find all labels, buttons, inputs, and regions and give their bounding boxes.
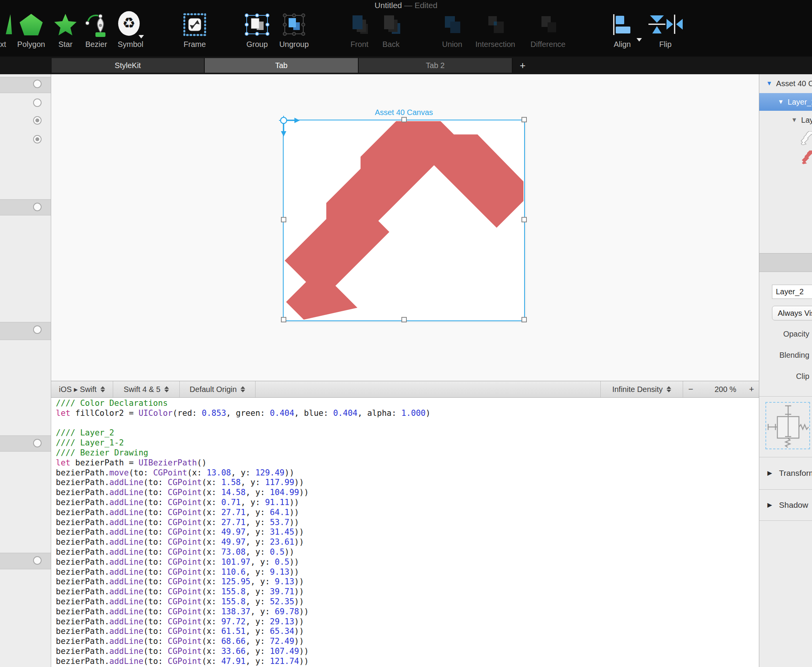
tab-stylekit[interactable]: StyleKit bbox=[51, 58, 204, 73]
canvas-group-row[interactable] bbox=[0, 435, 51, 452]
selection-border bbox=[283, 120, 525, 321]
code-line: bezierPath.addLine(to: CGPoint(x: 14.58,… bbox=[56, 488, 431, 498]
canvas-radio-toggle[interactable] bbox=[33, 556, 42, 565]
clip-label: Clip bbox=[766, 372, 809, 381]
code-line: bezierPath.move(to: CGPoint(x: 13.08, y:… bbox=[56, 468, 431, 478]
ungroup-icon bbox=[273, 9, 315, 40]
toolbar-item-frame[interactable]: Frame bbox=[175, 9, 214, 49]
code-line: //// Bezier Drawing bbox=[56, 448, 431, 458]
canvas-radio-toggle[interactable] bbox=[33, 135, 42, 143]
frame-icon bbox=[175, 9, 214, 40]
stepper-arrows-icon bbox=[164, 386, 169, 392]
toolbar-item-polygon[interactable]: Polygon bbox=[10, 9, 52, 49]
code-line: bezierPath.addLine(to: CGPoint(x: 1.58, … bbox=[56, 478, 431, 488]
zoom-out-button[interactable]: − bbox=[685, 381, 696, 397]
code-line: bezierPath.addLine(to: CGPoint(x: 101.97… bbox=[56, 557, 431, 567]
code-line: bezierPath.addLine(to: CGPoint(x: 110.6,… bbox=[56, 567, 431, 577]
arrange-front-icon bbox=[342, 9, 377, 40]
paintcode-window: Untitled — Edited xt Polygon Star bbox=[0, 0, 812, 667]
toolbar-item-flip[interactable]: Flip bbox=[644, 9, 687, 49]
canvas-group-row[interactable] bbox=[0, 77, 51, 93]
tab-tab2[interactable]: Tab 2 bbox=[358, 58, 512, 73]
resize-handle[interactable] bbox=[521, 117, 527, 122]
code-line: bezierPath.addLine(to: CGPoint(x: 33.66,… bbox=[56, 647, 431, 657]
disclosure-triangle-icon[interactable]: ▶ bbox=[767, 470, 772, 476]
code-line: let fillColor2 = UIColor(red: 0.853, gre… bbox=[56, 409, 431, 419]
constraints-icon bbox=[766, 403, 809, 449]
canvas-radio-toggle[interactable] bbox=[33, 98, 42, 107]
origin-marker-icon bbox=[274, 111, 309, 146]
bezier-pen-icon bbox=[79, 9, 114, 40]
toolbar-item-star[interactable]: Star bbox=[50, 9, 81, 49]
toolbar-item-symbol[interactable]: ♻ Symbol bbox=[109, 9, 152, 49]
canvas-radio-toggle[interactable] bbox=[33, 439, 42, 447]
code-line: bezierPath.addLine(to: CGPoint(x: 97.72,… bbox=[56, 617, 431, 627]
toolbar-item-ungroup[interactable]: Ungroup bbox=[273, 9, 315, 49]
disclosure-triangle-icon[interactable]: ▼ bbox=[766, 80, 772, 87]
canvases-sidebar[interactable] bbox=[0, 74, 51, 667]
tree-row-layer1-2[interactable]: ▼ Layer_1-2 bbox=[759, 112, 812, 128]
toolbar-item-back[interactable]: Back bbox=[374, 9, 408, 49]
align-dropdown-arrow bbox=[637, 38, 642, 42]
canvas-radio-toggle[interactable] bbox=[33, 203, 42, 211]
bezier-outline-thumbnail-icon[interactable] bbox=[801, 131, 812, 145]
canvas-workspace[interactable]: Asset 40 Canvas bbox=[51, 74, 759, 381]
tab-bar: StyleKit Tab Tab 2 + bbox=[0, 57, 812, 74]
main-toolbar: Untitled — Edited xt Polygon Star bbox=[0, 0, 812, 57]
resize-handle[interactable] bbox=[281, 217, 286, 222]
disclosure-triangle-icon[interactable]: ▼ bbox=[778, 99, 784, 105]
code-line: bezierPath.addLine(to: CGPoint(x: 155.8,… bbox=[56, 597, 431, 607]
resize-handle[interactable] bbox=[281, 317, 286, 322]
origin-dropdown[interactable]: Default Origin bbox=[180, 381, 256, 397]
disclosure-triangle-icon[interactable]: ▶ bbox=[767, 502, 772, 508]
canvas-radio-toggle[interactable] bbox=[33, 325, 42, 334]
canvas-group-row[interactable] bbox=[0, 322, 51, 340]
star-icon bbox=[50, 9, 81, 40]
shadow-section-row[interactable]: ▶ Shadow bbox=[759, 490, 812, 520]
bezier-red-thumbnail-icon[interactable] bbox=[802, 150, 812, 164]
disclosure-triangle-icon[interactable]: ▼ bbox=[791, 117, 797, 123]
generated-code-panel[interactable]: //// Color Declarationslet fillColor2 = … bbox=[51, 398, 759, 667]
resize-handle[interactable] bbox=[521, 317, 527, 322]
canvas-radio-toggle[interactable] bbox=[33, 80, 42, 88]
code-line: //// Layer_1-2 bbox=[56, 438, 431, 448]
edited-badge: — Edited bbox=[404, 1, 437, 10]
canvas-group-row[interactable] bbox=[0, 199, 51, 215]
canvas-group-row[interactable] bbox=[0, 553, 51, 569]
divider bbox=[759, 457, 812, 457]
code-line: bezierPath.addLine(to: CGPoint(x: 49.97,… bbox=[56, 537, 431, 547]
add-tab-button[interactable]: + bbox=[512, 58, 533, 73]
toolbar-item-union[interactable]: Union bbox=[435, 9, 469, 49]
blending-label: Blending bbox=[766, 351, 809, 360]
divider bbox=[759, 520, 812, 521]
resize-handle[interactable] bbox=[401, 117, 407, 122]
svg-text:♻: ♻ bbox=[122, 15, 135, 32]
layer-name-field[interactable]: Layer_2 bbox=[772, 285, 812, 299]
swift-version-dropdown[interactable]: Swift 4 & 5 bbox=[113, 381, 180, 397]
transform-section-row[interactable]: ▶ Transform bbox=[759, 458, 812, 489]
toolbar-item-group[interactable]: Group bbox=[238, 9, 276, 49]
density-dropdown[interactable]: Infinite Density bbox=[600, 381, 683, 397]
toolbar-item-bezier[interactable]: Bezier bbox=[79, 9, 114, 49]
code-line: bezierPath.addLine(to: CGPoint(x: 61.51,… bbox=[56, 627, 431, 637]
difference-icon bbox=[525, 9, 571, 40]
tab-tab[interactable]: Tab bbox=[204, 58, 358, 73]
code-line: bezierPath.addLine(to: CGPoint(x: 0.71, … bbox=[56, 498, 431, 508]
toolbar-item-front[interactable]: Front bbox=[342, 9, 377, 49]
resize-handle[interactable] bbox=[401, 317, 407, 322]
toolbar-item-align[interactable]: Align bbox=[605, 9, 640, 49]
zoom-in-button[interactable]: + bbox=[746, 381, 757, 397]
resize-handle[interactable] bbox=[521, 217, 527, 222]
language-dropdown[interactable]: iOS ▸ Swift bbox=[51, 381, 113, 397]
document-title: Untitled bbox=[374, 1, 404, 10]
tree-row-layer2[interactable]: ▼ Layer_2 bbox=[759, 93, 812, 111]
tree-row-canvas[interactable]: ▼ Asset 40 Canvas bbox=[759, 74, 812, 93]
autoresize-constraints-control[interactable] bbox=[765, 402, 810, 449]
canvas-radio-toggle[interactable] bbox=[33, 116, 42, 125]
toolbar-item-intersection[interactable]: Intersection bbox=[470, 9, 520, 49]
code-line: //// Color Declarations bbox=[56, 399, 431, 409]
toolbar-item-difference[interactable]: Difference bbox=[525, 9, 571, 49]
code-listing: //// Color Declarationslet fillColor2 = … bbox=[56, 399, 431, 667]
window-title: Untitled — Edited bbox=[0, 1, 812, 10]
visibility-button[interactable]: Always Visible bbox=[772, 306, 812, 320]
